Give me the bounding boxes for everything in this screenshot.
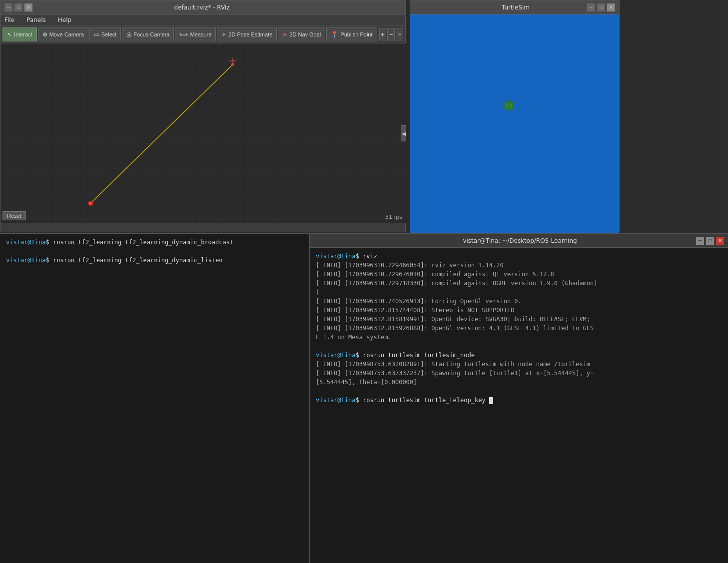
rviz-close-btn[interactable]: ✕ — [24, 3, 32, 11]
svg-rect-0 — [0, 43, 406, 223]
zoom-out-btn[interactable]: − — [387, 28, 395, 40]
turtlesim-titlebar: TurtleSim ─ □ ✕ — [410, 0, 619, 14]
measure-icon: ⟺ — [179, 31, 188, 38]
nav-goal-btn[interactable]: ➤ 2D Nav Goal — [278, 27, 325, 41]
terminal-left-line-2: vistar@Tina$ rosrun tf2_learning tf2_lea… — [6, 256, 303, 265]
nav-goal-icon: ➤ — [282, 31, 287, 38]
interact-btn[interactable]: ↖ Interact — [2, 27, 37, 41]
tr-line-info1: [ INFO] [1703996310.729466054]: rviz ver… — [316, 261, 722, 270]
terminal-left-line-1: vistar@Tina$ rosrun tf2_learning tf2_lea… — [6, 238, 303, 247]
terminal-right-title: vistar@Tina: ~/Desktop/ROS-Learning — [344, 237, 696, 244]
move-camera-btn[interactable]: ⊕ Move Camera — [38, 27, 88, 41]
terminal-right-minimize-btn[interactable]: ─ — [696, 237, 704, 245]
turtlesim-close-btn[interactable]: ✕ — [607, 3, 615, 11]
tr-line-info4: [ INFO] [1703996310.740526913]: Forcing … — [316, 297, 722, 306]
rviz-menubar: File Panels Help — [0, 14, 405, 25]
svg-point-43 — [508, 109, 510, 111]
tr-line-info7: [ INFO] [1703996312.815926888]: OpenGl v… — [316, 324, 722, 333]
move-camera-icon: ⊕ — [42, 31, 47, 38]
svg-point-37 — [508, 100, 509, 101]
tr-line-tinfo2b: [5.544445], theta=[0.000000] — [316, 378, 722, 387]
tr-line-tinfo2: [ INFO] [1703998753.637337237]: Spawning… — [316, 369, 722, 378]
turtle-sprite — [500, 97, 518, 115]
turtlesim-title: TurtleSim — [444, 4, 587, 11]
menu-panels[interactable]: Panels — [24, 15, 48, 24]
svg-point-36 — [507, 100, 511, 103]
tr-line-tinfo1: [ INFO] [1703998753.632082891]: Starting… — [316, 360, 722, 369]
tr-line-cmd-teleop: vistar@Tina$ rosrun turtlesim turtle_tel… — [316, 396, 722, 405]
grid-svg — [0, 43, 406, 223]
rviz-minimize-btn[interactable]: ─ — [4, 3, 12, 11]
terminal-right[interactable]: vistar@Tina: ~/Desktop/ROS-Learning ─ □ … — [310, 233, 728, 563]
turtlesim-viewport — [410, 14, 619, 233]
terminal-right-content: vistar@Tina$ rviz [ INFO] [1703996310.72… — [310, 248, 728, 563]
tr-line-cmd-turtlesim: vistar@Tina$ rosrun turtlesim turtlesim_… — [316, 351, 722, 360]
tr-line-info3: [ INFO] [1703996310.729718330]: compiled… — [316, 279, 722, 288]
rviz-toolbar: ↖ Interact ⊕ Move Camera ▭ Select ◎ Focu… — [0, 25, 405, 43]
svg-point-29 — [231, 63, 234, 66]
pose-estimate-btn[interactable]: ➤ 2D Pose Estimate — [217, 27, 277, 41]
zoom-in-btn[interactable]: + — [379, 28, 387, 40]
svg-point-26 — [89, 202, 92, 205]
collapse-panel-btn[interactable]: ◀ — [401, 125, 406, 141]
terminal-container: vistar@Tina$ rosrun tf2_learning tf2_lea… — [0, 233, 728, 563]
measure-btn[interactable]: ⟺ Measure — [175, 27, 216, 41]
cursor — [489, 397, 493, 404]
terminal-right-titlebar: vistar@Tina: ~/Desktop/ROS-Learning ─ □ … — [310, 234, 728, 248]
turtlesim-minimize-btn[interactable]: ─ — [587, 3, 595, 11]
rviz-maximize-btn[interactable]: □ — [14, 3, 22, 11]
menu-file[interactable]: File — [2, 15, 16, 24]
terminal-right-maximize-btn[interactable]: □ — [706, 237, 714, 245]
terminal-right-close-btn[interactable]: ✕ — [716, 237, 724, 245]
fps-display: 31 fps — [385, 214, 402, 220]
rviz-title: default.rviz* - RViz — [32, 4, 371, 11]
interact-icon: ↖ — [7, 31, 12, 38]
rviz-window: ─ □ ✕ default.rviz* - RViz File Panels H… — [0, 0, 406, 232]
zoom-more-btn[interactable]: » — [396, 28, 403, 40]
reset-btn[interactable]: Reset — [2, 211, 26, 220]
pose-estimate-icon: ➤ — [221, 31, 226, 38]
tr-line-info7b: L 1.4 on Mesa system. — [316, 333, 722, 342]
tr-line-info3b: ) — [316, 288, 722, 297]
turtlesim-window: TurtleSim ─ □ ✕ — [410, 0, 620, 232]
terminal-left-content: vistar@Tina$ rosrun tf2_learning tf2_lea… — [0, 234, 309, 549]
focus-camera-btn[interactable]: ◎ Focus Camera — [122, 27, 174, 41]
menu-help[interactable]: Help — [56, 15, 73, 24]
select-icon: ▭ — [94, 31, 99, 38]
publish-point-btn[interactable]: 📍 Publish Point — [326, 27, 377, 41]
rviz-titlebar: ─ □ ✕ default.rviz* - RViz — [0, 0, 405, 14]
svg-point-38 — [510, 100, 511, 101]
tr-line-info6: [ INFO] [1703996312.815819991]: OpenGL d… — [316, 315, 722, 324]
tr-line-cmd-rviz: vistar@Tina$ rviz — [316, 252, 722, 261]
tr-line-info2: [ INFO] [1703996310.729676010]: compiled… — [316, 270, 722, 279]
publish-point-icon: 📍 — [331, 31, 338, 38]
focus-camera-icon: ◎ — [126, 31, 131, 38]
rviz-3d-viewport[interactable]: Reset 31 fps ◀ — [0, 43, 406, 223]
terminal-left[interactable]: vistar@Tina$ rosrun tf2_learning tf2_lea… — [0, 233, 310, 563]
select-btn[interactable]: ▭ Select — [89, 27, 121, 41]
tr-line-info5: [ INFO] [1703996312.815744408]: Stereo i… — [316, 306, 722, 315]
turtlesim-maximize-btn[interactable]: □ — [597, 3, 605, 11]
